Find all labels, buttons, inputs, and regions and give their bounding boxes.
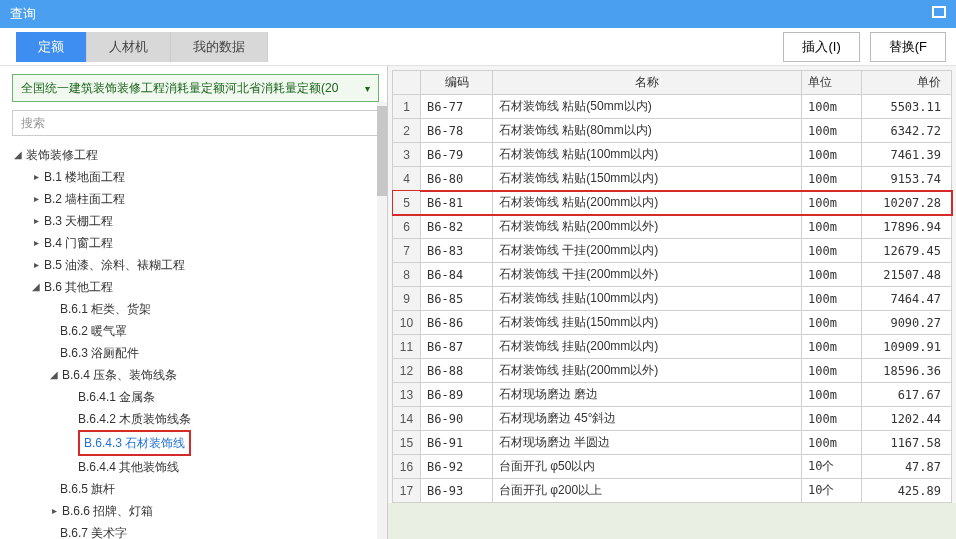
table-row[interactable]: 8B6-84石材装饰线 干挂(200mm以外)100m21507.48 <box>393 263 952 287</box>
cell-price[interactable]: 21507.48 <box>862 263 952 287</box>
cell-name[interactable]: 石材现场磨边 45°斜边 <box>493 407 802 431</box>
table-row[interactable]: 7B6-83石材装饰线 干挂(200mm以内)100m12679.45 <box>393 239 952 263</box>
cell-name[interactable]: 石材装饰线 挂贴(150mm以内) <box>493 311 802 335</box>
cell-name[interactable]: 石材装饰线 挂贴(200mm以内) <box>493 335 802 359</box>
cell-code[interactable]: B6-86 <box>421 311 493 335</box>
cell-price[interactable]: 47.87 <box>862 455 952 479</box>
tree-item-b4[interactable]: ▸B.4 门窗工程 <box>12 232 387 254</box>
cell-unit[interactable]: 10个 <box>802 455 862 479</box>
cell-name[interactable]: 石材装饰线 挂贴(100mm以内) <box>493 287 802 311</box>
cell-unit[interactable]: 100m <box>802 383 862 407</box>
tree-item-b642[interactable]: B.6.4.2 木质装饰线条 <box>12 408 387 430</box>
scrollbar-thumb[interactable] <box>377 106 387 196</box>
cell-code[interactable]: B6-90 <box>421 407 493 431</box>
tree-root[interactable]: ◢装饰装修工程 <box>12 144 387 166</box>
table-row[interactable]: 17B6-93台面开孔 φ200以上10个425.89 <box>393 479 952 503</box>
tree-item-b643[interactable]: B.6.4.3 石材装饰线 <box>12 430 387 456</box>
cell-code[interactable]: B6-78 <box>421 119 493 143</box>
table-row[interactable]: 15B6-91石材现场磨边 半圆边100m1167.58 <box>393 431 952 455</box>
tree-item-b66[interactable]: ▸B.6.6 招牌、灯箱 <box>12 500 387 522</box>
tree-item-b62[interactable]: B.6.2 暖气罩 <box>12 320 387 342</box>
cell-unit[interactable]: 100m <box>802 95 862 119</box>
tree-item-b3[interactable]: ▸B.3 天棚工程 <box>12 210 387 232</box>
tree-item-b67[interactable]: B.6.7 美术字 <box>12 522 387 539</box>
cell-code[interactable]: B6-87 <box>421 335 493 359</box>
cell-price[interactable]: 7461.39 <box>862 143 952 167</box>
cell-price[interactable]: 5503.11 <box>862 95 952 119</box>
cell-unit[interactable]: 100m <box>802 191 862 215</box>
cell-price[interactable]: 1167.58 <box>862 431 952 455</box>
cell-name[interactable]: 台面开孔 φ200以上 <box>493 479 802 503</box>
table-row[interactable]: 2B6-78石材装饰线 粘贴(80mm以内)100m6342.72 <box>393 119 952 143</box>
quota-dropdown[interactable]: 全国统一建筑装饰装修工程消耗量定额河北省消耗量定额(20 ▾ <box>12 74 379 102</box>
table-row[interactable]: 9B6-85石材装饰线 挂贴(100mm以内)100m7464.47 <box>393 287 952 311</box>
cell-name[interactable]: 石材装饰线 粘贴(200mm以内) <box>493 191 802 215</box>
cell-price[interactable]: 1202.44 <box>862 407 952 431</box>
tree-item-b63[interactable]: B.6.3 浴厕配件 <box>12 342 387 364</box>
cell-name[interactable]: 石材装饰线 粘贴(100mm以内) <box>493 143 802 167</box>
cell-unit[interactable]: 100m <box>802 119 862 143</box>
header-code[interactable]: 编码 <box>421 71 493 95</box>
cell-code[interactable]: B6-91 <box>421 431 493 455</box>
tab-rencaiji[interactable]: 人材机 <box>87 32 171 62</box>
tree-item-b64[interactable]: ◢B.6.4 压条、装饰线条 <box>12 364 387 386</box>
cell-unit[interactable]: 10个 <box>802 479 862 503</box>
tree-item-b1[interactable]: ▸B.1 楼地面工程 <box>12 166 387 188</box>
cell-name[interactable]: 石材装饰线 干挂(200mm以内) <box>493 239 802 263</box>
cell-unit[interactable]: 100m <box>802 407 862 431</box>
replace-button[interactable]: 替换(F <box>870 32 946 62</box>
tree-item-b5[interactable]: ▸B.5 油漆、涂料、裱糊工程 <box>12 254 387 276</box>
header-unit[interactable]: 单位 <box>802 71 862 95</box>
cell-price[interactable]: 617.67 <box>862 383 952 407</box>
tree-item-b641[interactable]: B.6.4.1 金属条 <box>12 386 387 408</box>
cell-code[interactable]: B6-93 <box>421 479 493 503</box>
table-row[interactable]: 1B6-77石材装饰线 粘贴(50mm以内)100m5503.11 <box>393 95 952 119</box>
cell-price[interactable]: 7464.47 <box>862 287 952 311</box>
header-name[interactable]: 名称 <box>493 71 802 95</box>
insert-button[interactable]: 插入(I) <box>783 32 859 62</box>
cell-unit[interactable]: 100m <box>802 263 862 287</box>
scrollbar-vertical[interactable] <box>377 102 387 539</box>
cell-unit[interactable]: 100m <box>802 311 862 335</box>
cell-code[interactable]: B6-80 <box>421 167 493 191</box>
cell-unit[interactable]: 100m <box>802 359 862 383</box>
search-input[interactable] <box>21 116 370 130</box>
maximize-icon[interactable] <box>932 6 946 18</box>
table-row[interactable]: 3B6-79石材装饰线 粘贴(100mm以内)100m7461.39 <box>393 143 952 167</box>
header-price[interactable]: 单价 <box>862 71 952 95</box>
cell-code[interactable]: B6-89 <box>421 383 493 407</box>
table-row[interactable]: 11B6-87石材装饰线 挂贴(200mm以内)100m10909.91 <box>393 335 952 359</box>
cell-unit[interactable]: 100m <box>802 143 862 167</box>
tree-item-b644[interactable]: B.6.4.4 其他装饰线 <box>12 456 387 478</box>
cell-unit[interactable]: 100m <box>802 431 862 455</box>
tree-item-b65[interactable]: B.6.5 旗杆 <box>12 478 387 500</box>
cell-unit[interactable]: 100m <box>802 167 862 191</box>
cell-name[interactable]: 石材现场磨边 半圆边 <box>493 431 802 455</box>
cell-code[interactable]: B6-81 <box>421 191 493 215</box>
table-row[interactable]: 6B6-82石材装饰线 粘贴(200mm以外)100m17896.94 <box>393 215 952 239</box>
cell-name[interactable]: 石材现场磨边 磨边 <box>493 383 802 407</box>
cell-code[interactable]: B6-88 <box>421 359 493 383</box>
cell-code[interactable]: B6-84 <box>421 263 493 287</box>
cell-name[interactable]: 石材装饰线 干挂(200mm以外) <box>493 263 802 287</box>
cell-unit[interactable]: 100m <box>802 239 862 263</box>
cell-code[interactable]: B6-92 <box>421 455 493 479</box>
cell-code[interactable]: B6-82 <box>421 215 493 239</box>
cell-price[interactable]: 10207.28 <box>862 191 952 215</box>
cell-price[interactable]: 9090.27 <box>862 311 952 335</box>
cell-name[interactable]: 石材装饰线 粘贴(80mm以内) <box>493 119 802 143</box>
cell-code[interactable]: B6-83 <box>421 239 493 263</box>
table-row[interactable]: 13B6-89石材现场磨边 磨边100m617.67 <box>393 383 952 407</box>
cell-price[interactable]: 12679.45 <box>862 239 952 263</box>
cell-code[interactable]: B6-79 <box>421 143 493 167</box>
cell-code[interactable]: B6-85 <box>421 287 493 311</box>
cell-price[interactable]: 425.89 <box>862 479 952 503</box>
cell-name[interactable]: 台面开孔 φ50以内 <box>493 455 802 479</box>
cell-unit[interactable]: 100m <box>802 287 862 311</box>
cell-price[interactable]: 6342.72 <box>862 119 952 143</box>
table-row[interactable]: 5B6-81石材装饰线 粘贴(200mm以内)100m10207.28 <box>393 191 952 215</box>
cell-name[interactable]: 石材装饰线 粘贴(200mm以外) <box>493 215 802 239</box>
table-row[interactable]: 4B6-80石材装饰线 粘贴(150mm以内)100m9153.74 <box>393 167 952 191</box>
table-row[interactable]: 16B6-92台面开孔 φ50以内10个47.87 <box>393 455 952 479</box>
cell-name[interactable]: 石材装饰线 挂贴(200mm以外) <box>493 359 802 383</box>
